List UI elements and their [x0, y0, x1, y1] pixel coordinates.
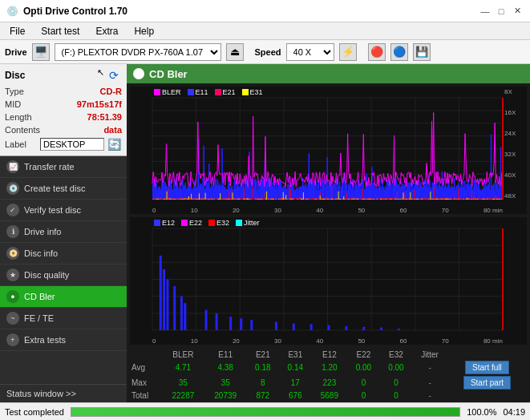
status-bar: Test completed 100.0% 04:19: [0, 402, 530, 420]
sidebar-item-verify-test-disc[interactable]: ✓ Verify test disc: [0, 200, 127, 221]
menu-file[interactable]: File: [6, 25, 28, 38]
avg-e21: 0.18: [247, 360, 280, 375]
speed-select[interactable]: 40 X: [286, 43, 334, 61]
disc-mid-row: MID 97m15s17f: [5, 98, 122, 111]
menu-help[interactable]: Help: [131, 25, 157, 38]
disc-info-icon: 📀: [6, 247, 19, 260]
status-window-button[interactable]: Status window >>: [0, 384, 127, 402]
main: Disc ↖ ⟳ Type CD-R MID 97m15s17f Length …: [0, 64, 530, 402]
th-e22: E22: [347, 349, 380, 360]
drive-label: Drive: [5, 47, 27, 57]
speed-icon-btn[interactable]: ⚡: [339, 43, 357, 61]
legend-e22: E22: [181, 219, 202, 227]
eject-button[interactable]: ⏏: [226, 43, 244, 61]
e12-color: [154, 220, 160, 226]
close-button[interactable]: ✕: [511, 5, 524, 18]
max-e22: 0: [347, 375, 380, 390]
sidebar-item-label: Transfer rate: [24, 162, 75, 172]
sidebar-item-label: Create test disc: [24, 184, 85, 193]
sidebar-item-label: Drive info: [24, 227, 61, 236]
total-label: Total: [130, 390, 162, 401]
progress-percent: 100.0%: [467, 407, 496, 417]
menu-extra[interactable]: Extra: [92, 25, 121, 38]
e32-color: [208, 220, 215, 226]
label-refresh-btn[interactable]: 🔄: [106, 136, 122, 152]
sidebar-item-drive-info[interactable]: ℹ Drive info: [0, 221, 127, 243]
sidebar-item-label: Extra tests: [24, 335, 66, 345]
nav-items: 📈 Transfer rate 💿 Create test disc ✓ Ver…: [0, 156, 127, 351]
minimize-button[interactable]: —: [479, 5, 492, 18]
disc-refresh-btn[interactable]: ⟳: [106, 67, 122, 83]
restore-button[interactable]: □: [495, 5, 508, 18]
action-btn-2[interactable]: 🔵: [390, 43, 408, 61]
legend-e11: E11: [188, 88, 208, 96]
title-bar: 💿 Opti Drive Control 1.70 — □ ✕: [0, 0, 530, 22]
disc-quality-icon: ★: [6, 269, 19, 281]
stats-table: BLER E11 E21 E31 E12 E22 E32 Jitter Avg: [130, 349, 527, 401]
sidebar-item-disc-info[interactable]: 📀 Disc info: [0, 243, 127, 265]
chart-2: 300250200150100500 E12 E22 E32: [130, 217, 527, 345]
max-label: Max: [130, 375, 162, 390]
bler-color: [154, 89, 160, 95]
th-empty: [130, 349, 162, 360]
max-jitter: -: [412, 375, 447, 390]
e11-color: [188, 89, 194, 95]
sidebar-item-cd-bler[interactable]: ● CD Bler: [0, 286, 127, 308]
chart-header: CD Bler: [127, 64, 530, 83]
e31-color: [242, 89, 249, 95]
speed-label: Speed: [255, 47, 281, 57]
legend-bler: BLER: [154, 88, 181, 96]
title-bar-controls: — □ ✕: [479, 5, 524, 18]
stats-area: BLER E11 E21 E31 E12 E22 E32 Jitter Avg: [127, 348, 530, 402]
th-e12: E12: [312, 349, 348, 360]
legend-e21: E21: [215, 88, 236, 96]
sidebar-item-label: Disc info: [24, 248, 58, 258]
extra-tests-icon: +: [6, 333, 19, 346]
total-jitter: -: [412, 390, 447, 401]
progress-bar: [71, 407, 460, 417]
sidebar-item-label: FE / TE: [24, 313, 54, 323]
disc-label-row: Label 🔄: [5, 136, 122, 152]
chart-1: 4035302520151050 BLER E11 E21: [130, 87, 527, 214]
total-e22: 0: [347, 390, 380, 401]
disc-cursor-icon: ↖: [97, 67, 104, 83]
legend-jitter: Jitter: [236, 219, 260, 227]
sidebar-item-extra-tests[interactable]: + Extra tests: [0, 329, 127, 351]
max-e21: 8: [247, 375, 280, 390]
start-full-button[interactable]: Start full: [465, 361, 509, 374]
label-input[interactable]: [40, 138, 104, 151]
start-part-button[interactable]: Start part: [463, 376, 511, 390]
sidebar-item-label: Disc quality: [24, 270, 69, 280]
verify-test-disc-icon: ✓: [6, 204, 19, 216]
th-jitter: Jitter: [412, 349, 447, 360]
sidebar-item-create-test-disc[interactable]: 💿 Create test disc: [0, 178, 127, 200]
drive-info-icon: ℹ: [6, 225, 19, 238]
sidebar-item-fe-te[interactable]: ~ FE / TE: [0, 308, 127, 329]
action-btn-1[interactable]: 🔴: [368, 43, 386, 61]
sidebar-item-label: Verify test disc: [24, 205, 81, 215]
drive-icon-btn[interactable]: 🖥️: [32, 43, 50, 61]
chart2-canvas: [130, 217, 527, 345]
sidebar-item-disc-quality[interactable]: ★ Disc quality: [0, 265, 127, 286]
menu-bar: File Start test Extra Help: [0, 22, 530, 40]
sidebar: Disc ↖ ⟳ Type CD-R MID 97m15s17f Length …: [0, 64, 127, 402]
drive-select[interactable]: (F:) PLEXTOR DVDR PX-760A 1.07: [55, 43, 221, 61]
max-e11: 35: [204, 375, 247, 390]
e22-color: [181, 220, 188, 226]
progress-bar-fill: [71, 408, 459, 416]
jitter-color: [236, 220, 242, 226]
disc-title: Disc: [5, 70, 25, 81]
menu-start-test[interactable]: Start test: [38, 25, 83, 38]
legend-e12: E12: [154, 219, 175, 227]
start-full-cell: Start full: [447, 360, 527, 375]
avg-jitter: -: [412, 360, 447, 375]
status-window-label: Status window >>: [6, 389, 76, 398]
max-bler: 35: [162, 375, 204, 390]
th-e21: E21: [247, 349, 280, 360]
total-e12: 5689: [312, 390, 348, 401]
sidebar-item-transfer-rate[interactable]: 📈 Transfer rate: [0, 156, 127, 178]
total-e21: 872: [247, 390, 280, 401]
action-btn-3[interactable]: 💾: [413, 43, 431, 61]
total-empty-cell: [447, 390, 527, 401]
sidebar-item-label: CD Bler: [24, 292, 55, 301]
